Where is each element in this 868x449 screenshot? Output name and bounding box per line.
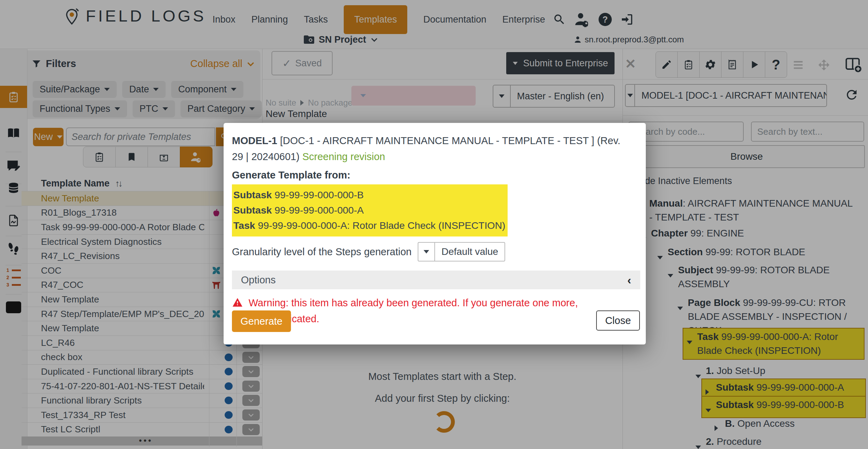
generate-source-line: Subtask 99-99-99-000-000-B bbox=[233, 187, 508, 202]
modal-title: MODEL-1 [DOC-1 - AIRCRAFT MAINTENANCE MA… bbox=[232, 133, 628, 165]
warning-icon bbox=[232, 297, 243, 308]
screening-revision-link[interactable]: Screening revision bbox=[302, 151, 385, 162]
generate-from-label: Generate Template from: bbox=[232, 169, 646, 181]
collapse-chevron-icon: ‹ bbox=[627, 273, 631, 287]
generate-source-line: Subtask 99-99-99-000-000-A bbox=[233, 202, 508, 218]
generate-button[interactable]: Generate bbox=[232, 310, 291, 332]
granularity-value: Default value bbox=[435, 243, 504, 261]
options-accordion[interactable]: Options ‹ bbox=[232, 271, 640, 289]
app-root: FIELD LOGS InboxPlanningTasksTemplatesDo… bbox=[0, 0, 868, 449]
generate-source-list: Subtask 99-99-99-000-000-BSubtask 99-99-… bbox=[232, 184, 508, 236]
granularity-label: Granularity level of the Steps generatio… bbox=[232, 246, 411, 258]
close-button[interactable]: Close bbox=[596, 310, 640, 331]
generate-source-line: Task 99-99-99-000-000-A: Rotor Blade Che… bbox=[233, 218, 508, 233]
chevron-down-icon bbox=[418, 243, 435, 261]
generate-template-modal: MODEL-1 [DOC-1 - AIRCRAFT MAINTENANCE MA… bbox=[224, 123, 646, 344]
granularity-select[interactable]: Default value bbox=[418, 242, 505, 261]
